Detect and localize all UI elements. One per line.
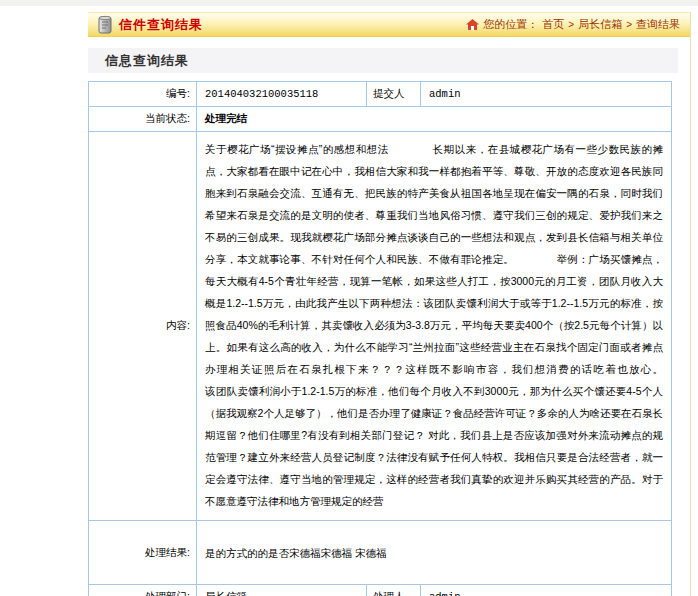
number-value: 201404032100035118	[197, 82, 367, 107]
department-label: 处理部门:	[89, 585, 197, 596]
page-title: 信件查询结果	[119, 16, 203, 34]
number-label: 编号:	[89, 82, 197, 107]
breadcrumb-location-label: 您的位置：	[483, 17, 538, 32]
table-row-status: 当前状态: 处理完结	[89, 107, 672, 132]
home-icon	[466, 19, 479, 31]
status-value: 处理完结	[197, 107, 672, 132]
breadcrumb-current: 查询结果	[636, 17, 680, 32]
breadcrumb: 您的位置： 首页 > 局长信箱 > 查询结果	[466, 17, 680, 32]
handler-label: 处理人	[367, 585, 421, 596]
department-value: 局长信箱	[197, 585, 367, 596]
breadcrumb-separator: >	[568, 19, 574, 30]
section-title-bar: 信息查询结果	[88, 48, 678, 73]
content-panel: 信件查询结果 您的位置： 首页 > 局长信箱 > 查询结果 信息查询结果 编号:	[88, 12, 691, 596]
breadcrumb-link-home[interactable]: 首页	[542, 17, 564, 32]
page-header-bar: 信件查询结果 您的位置： 首页 > 局长信箱 > 查询结果	[88, 12, 690, 37]
result-label: 处理结果:	[89, 521, 197, 585]
result-value: 是的方式的的是否宋德福宋德福 宋德福	[197, 521, 672, 585]
handler-value: admin	[421, 585, 672, 596]
content-value: 关于樱花广场“摆设摊点”的感想和想法 长期以来，在县城樱花广场有一些少数民族的摊…	[197, 132, 672, 521]
table-row-department: 处理部门: 局长信箱 处理人 admin	[89, 585, 672, 596]
page-header-left: 信件查询结果	[96, 15, 203, 35]
letter-icon	[96, 15, 114, 35]
submitter-value: admin	[421, 82, 672, 107]
content-label: 内容:	[89, 132, 197, 521]
table-row-content: 内容: 关于樱花广场“摆设摊点”的感想和想法 长期以来，在县城樱花广场有一些少数…	[89, 132, 672, 521]
breadcrumb-separator: >	[626, 19, 632, 30]
section-title: 信息查询结果	[105, 53, 189, 68]
breadcrumb-link-mailbox[interactable]: 局长信箱	[578, 17, 622, 32]
query-result-table: 编号: 201404032100035118 提交人 admin 当前状态: 处…	[88, 81, 672, 596]
submitter-label: 提交人	[367, 82, 421, 107]
browser-top-strip	[0, 0, 698, 6]
status-label: 当前状态:	[89, 107, 197, 132]
table-row-number: 编号: 201404032100035118 提交人 admin	[89, 82, 672, 107]
table-row-result: 处理结果: 是的方式的的是否宋德福宋德福 宋德福	[89, 521, 672, 585]
